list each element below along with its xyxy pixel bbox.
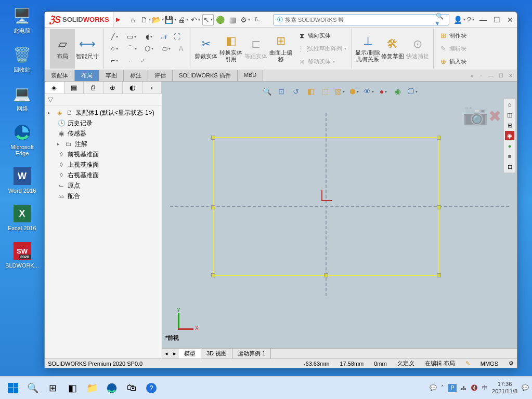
mirror-button[interactable]: ⧗镜向实体 (295, 30, 348, 42)
tree-mates[interactable]: ⅏配合 (46, 191, 161, 201)
tray-ime[interactable]: 中 (482, 384, 488, 392)
desktop-icon-network[interactable]: 💻网络 (5, 83, 39, 113)
expand-menu-button[interactable]: ▶ (114, 12, 122, 27)
btab-next[interactable]: ▸ (171, 350, 179, 357)
desktop-icon-edge[interactable]: Microsoft Edge (5, 122, 39, 156)
insert-block-button[interactable]: ⊕插入块 (437, 56, 469, 68)
bottom-tab-motion[interactable]: 运动算例 1 (232, 349, 271, 358)
ellipse-tool[interactable]: ⬭ (158, 44, 174, 54)
circle-tool[interactable]: ○ (107, 44, 122, 54)
sketch-point[interactable] (437, 136, 441, 140)
side-tab-more[interactable]: › (142, 82, 162, 94)
zoom-fit-icon[interactable]: 🔍 (261, 86, 273, 97)
desktop-icon-sw[interactable]: SW2020SLDWORK... (5, 241, 39, 269)
text-tool[interactable]: A (175, 44, 187, 54)
box-tool[interactable]: ⛶ (171, 32, 183, 42)
tab-layout[interactable]: 布局 (75, 70, 99, 81)
rt-4-icon[interactable]: ● (505, 141, 514, 151)
tray-net-icon[interactable]: 🖧 (461, 385, 466, 391)
surface-offset-button[interactable]: ⊞曲面上偏移 (268, 29, 293, 69)
sub-max-button[interactable]: ☐ (497, 71, 505, 79)
search-box[interactable]: 🛈 🔍▾ (273, 14, 449, 25)
filter-row[interactable]: ▽ (45, 94, 162, 105)
desktop-icon-word[interactable]: WWord 2016 (5, 166, 39, 194)
maximize-button[interactable]: ☐ (490, 13, 503, 26)
layout-button[interactable]: ▱布局 (50, 29, 75, 69)
tree-origin[interactable]: ⌙原点 (46, 180, 161, 191)
user-button[interactable]: 👤 (453, 14, 465, 25)
home-button[interactable]: ⌂ (127, 14, 139, 25)
tree-sensors[interactable]: ◉传感器 (46, 128, 161, 139)
tree-annotations[interactable]: ▸🗀注解 (46, 139, 161, 149)
tray-p-icon[interactable]: P (448, 384, 457, 392)
save-button[interactable]: 💾 (165, 14, 176, 25)
slot-tool[interactable]: ◖ (141, 32, 157, 42)
prev-view-icon[interactable]: ↺ (290, 86, 302, 97)
bottom-tab-3dview[interactable]: 3D 视图 (201, 349, 232, 358)
section-icon[interactable]: ◧ (305, 86, 316, 97)
rt-5-icon[interactable]: ≡ (505, 152, 514, 161)
tree-top-plane[interactable]: ◊上视基准面 (46, 159, 161, 170)
move-button[interactable]: ⤨移动实体▾ (295, 56, 348, 68)
sketch-point[interactable] (324, 273, 328, 277)
new-button[interactable]: 🗋 (140, 14, 151, 25)
sketch-point[interactable] (437, 205, 441, 209)
tree-history[interactable]: 🕓历史记录 (46, 118, 161, 128)
tree-root[interactable]: ▸◈🗋装配体1 (默认<显示状态-1>) (46, 108, 161, 118)
cube-icon[interactable]: ⬢ (348, 86, 360, 97)
search-input[interactable] (285, 17, 436, 23)
widgets-button[interactable]: ◧ (62, 379, 82, 397)
tab-sketch[interactable]: 草图 (99, 70, 124, 81)
side-tab-dim[interactable]: ⊕ (103, 82, 123, 94)
sketch-point[interactable] (211, 273, 215, 277)
more-button[interactable]: 6.. (252, 14, 264, 25)
close-button[interactable]: ✕ (503, 13, 517, 26)
help-taskbar-button[interactable]: ? (141, 379, 161, 397)
tray-clock[interactable]: 17:362021/11/8 (492, 381, 517, 394)
start-button[interactable] (3, 379, 23, 397)
undo-button[interactable]: ↶ (190, 14, 201, 25)
scene-icon[interactable]: ◉ (392, 86, 404, 97)
offset-button[interactable]: ⊏等距实体 (243, 29, 268, 69)
options-button[interactable]: ▦ (227, 14, 239, 25)
point-tool[interactable]: · (124, 56, 135, 66)
fillet-tool[interactable]: ⌐ (107, 56, 122, 66)
sub-min-button[interactable]: — (487, 71, 495, 79)
status-units[interactable]: MMGS (481, 361, 498, 367)
repair-button[interactable]: 🛠修复草图 (380, 29, 405, 69)
tray-vol-icon[interactable]: 🔇 (471, 384, 478, 391)
spline-tool[interactable]: 𝒩 (158, 32, 170, 42)
search-button[interactable]: 🔍 (23, 379, 43, 397)
btab-prev[interactable]: ◂ (162, 350, 171, 357)
convert-button[interactable]: ◧转换实体引用 (218, 29, 243, 69)
polygon-tool[interactable]: ⬡ (141, 44, 157, 54)
open-button[interactable]: 📂 (152, 14, 164, 25)
explorer-button[interactable]: 📁 (82, 379, 102, 397)
tab-addins[interactable]: SOLIDWORKS 插件 (173, 70, 238, 81)
tab-assembly[interactable]: 装配体 (45, 70, 75, 81)
rebuild-button[interactable]: 🟢 (215, 14, 226, 25)
status-misc[interactable]: ⚙ (509, 360, 514, 367)
rt-1-icon[interactable]: ◫ (505, 110, 514, 119)
settings-button[interactable]: ⚙ (240, 14, 251, 25)
sub-restore-button[interactable]: ▫ (477, 71, 485, 79)
display-style-icon[interactable]: ▧ (334, 86, 345, 97)
tree-front-plane[interactable]: ◊前视基准面 (46, 149, 161, 159)
show-relations-button[interactable]: ⊥显示/删除几何关系 (355, 29, 380, 69)
print-button[interactable]: 🖨 (177, 14, 189, 25)
select-button[interactable]: ↖ (202, 14, 214, 25)
search-glass-icon[interactable]: 🔍▾ (436, 12, 446, 27)
sub-prev-button[interactable]: ◃ (467, 71, 475, 79)
rect-tool[interactable]: ▭ (124, 32, 139, 42)
centerline-tool[interactable]: ⟋ (137, 56, 148, 66)
view-orient-icon[interactable]: ⬚ (319, 86, 331, 97)
minimize-button[interactable]: — (476, 13, 490, 26)
side-tab-feature[interactable]: ◈ (45, 82, 64, 94)
edge-taskbar-button[interactable] (102, 379, 122, 397)
sketch-point[interactable] (211, 136, 215, 140)
rt-2-icon[interactable]: ⊞ (505, 121, 514, 130)
hide-show-icon[interactable]: 👁 (363, 86, 374, 97)
edit-block-button[interactable]: ✎编辑块 (437, 43, 469, 55)
screen-icon[interactable]: 🖵 (407, 86, 418, 97)
tab-evaluate[interactable]: 评估 (148, 70, 173, 81)
